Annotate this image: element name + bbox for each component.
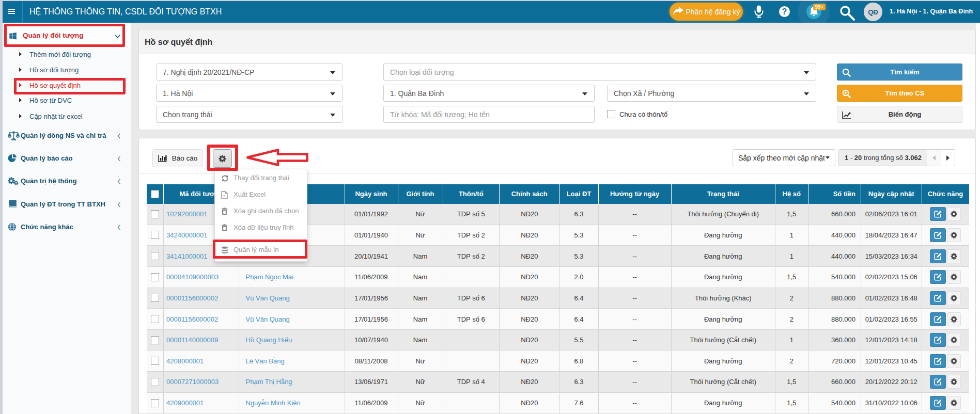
svg-text:x: x — [223, 194, 225, 198]
